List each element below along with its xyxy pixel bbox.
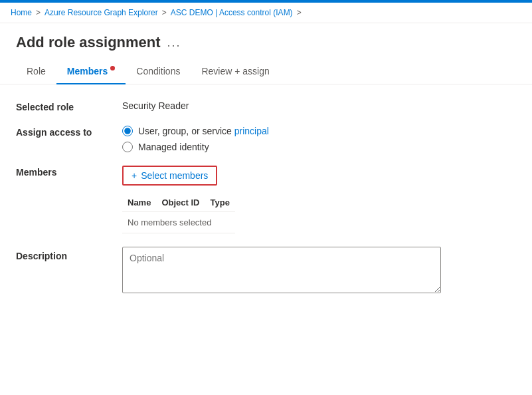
radio-user-group-input[interactable] (122, 126, 133, 136)
more-options-icon[interactable]: ... (167, 36, 181, 50)
table-empty-row: No members selected (122, 212, 235, 233)
description-label: Description (16, 247, 122, 261)
breadcrumb: Home > Azure Resource Graph Explorer > A… (0, 3, 532, 23)
select-members-label: Select members (141, 170, 208, 181)
selected-role-label: Selected role (16, 100, 122, 112)
radio-managed-identity-input[interactable] (122, 142, 133, 152)
radio-user-group-label: User, group, or service principal (138, 126, 269, 136)
table-header-row: Name Object ID Type (122, 194, 235, 212)
plus-icon: + (132, 170, 137, 181)
selected-role-row: Selected role Security Reader (16, 100, 516, 112)
assign-access-row: Assign access to User, group, or service… (16, 126, 516, 152)
page-header: Add role assignment ... (0, 23, 532, 51)
tab-role[interactable]: Role (16, 59, 56, 84)
assign-access-label: Assign access to (16, 126, 122, 138)
radio-managed-identity-label: Managed identity (138, 142, 209, 152)
principal-link[interactable]: principal (234, 126, 269, 136)
tab-review-assign[interactable]: Review + assign (191, 59, 280, 84)
breadcrumb-sep-2: > (162, 8, 167, 17)
breadcrumb-graph-explorer[interactable]: Azure Resource Graph Explorer (44, 8, 158, 17)
page-title: Add role assignment (16, 34, 161, 51)
radio-managed-identity[interactable]: Managed identity (122, 142, 269, 152)
radio-user-group[interactable]: User, group, or service principal (122, 126, 269, 136)
form-content: Selected role Security Reader Assign acc… (0, 84, 532, 293)
selected-role-value: Security Reader (122, 100, 189, 111)
breadcrumb-home[interactable]: Home (11, 8, 32, 17)
col-type: Type (205, 194, 235, 212)
col-name: Name (122, 194, 156, 212)
tab-conditions[interactable]: Conditions (126, 59, 191, 84)
no-members-message: No members selected (122, 212, 235, 233)
members-table: Name Object ID Type No members selected (122, 194, 235, 233)
breadcrumb-iam[interactable]: ASC DEMO | Access control (IAM) (171, 8, 293, 17)
select-members-button[interactable]: + Select members (122, 166, 217, 186)
col-object-id: Object ID (156, 194, 205, 212)
description-textarea[interactable] (122, 247, 441, 293)
tabs: Role Members Conditions Review + assign (0, 51, 532, 84)
breadcrumb-sep-3: > (297, 8, 302, 17)
breadcrumb-sep-1: > (36, 8, 41, 17)
members-row: Members + Select members Name Object ID … (16, 166, 516, 233)
description-row: Description (16, 247, 516, 293)
members-dot (110, 66, 115, 70)
members-section: + Select members Name Object ID Type No … (122, 166, 235, 233)
assign-access-options: User, group, or service principal Manage… (122, 126, 269, 152)
tab-members[interactable]: Members (56, 59, 126, 84)
members-label: Members (16, 166, 122, 178)
